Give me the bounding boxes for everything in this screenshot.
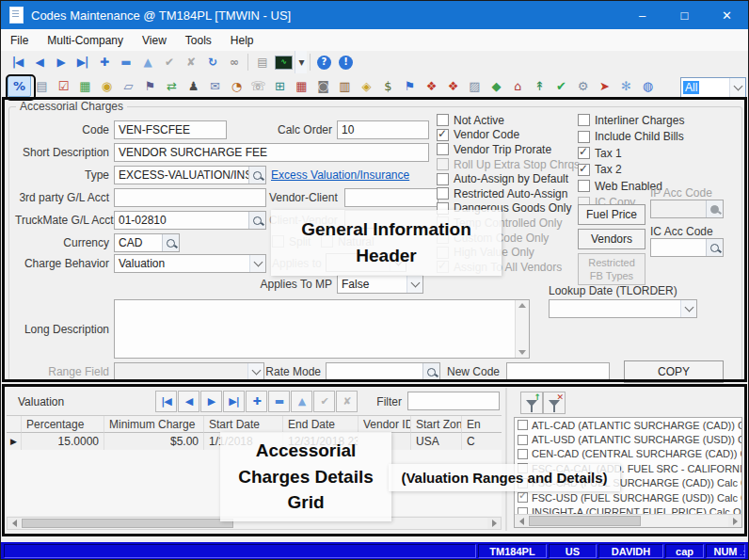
code-field[interactable]: VEN-FSCFEE — [114, 120, 227, 139]
third-party-gl-field[interactable] — [114, 188, 266, 207]
column-header[interactable]: En — [462, 416, 502, 433]
grid-next-button[interactable]: ▶ — [200, 391, 222, 412]
lookup-icon[interactable] — [706, 239, 723, 256]
document-info-icon[interactable]: ▨ — [464, 76, 486, 96]
menu-tools[interactable]: Tools — [176, 31, 221, 50]
lookup-date-select[interactable] — [549, 299, 697, 318]
menu-view[interactable]: View — [133, 31, 176, 50]
audit-checklist-icon[interactable]: ☑ — [53, 76, 74, 96]
post-edit-button[interactable]: ✔ — [158, 53, 180, 72]
checkbox-item[interactable]: Auto-Assign by Default — [437, 171, 580, 186]
checklist-horizontal-scrollbar[interactable] — [515, 514, 741, 527]
scroll-left-icon[interactable] — [8, 518, 21, 529]
help-button[interactable]: ? — [313, 53, 335, 72]
long-description-textarea[interactable] — [114, 299, 530, 359]
snowflake-icon[interactable]: ✻ — [615, 76, 637, 96]
calc-order-field[interactable]: 10 — [337, 120, 429, 139]
invoice-icon[interactable]: $ — [377, 76, 399, 96]
next-record-button[interactable]: ▶ — [50, 53, 72, 72]
network-icon[interactable]: ❖ — [421, 76, 442, 96]
checklist-item[interactable]: FSC-USD (FUEL SURCHARGE (USD)) Calc Orde… — [515, 490, 741, 504]
calendar-icon[interactable]: ▦ — [291, 76, 312, 96]
scroll-right-icon[interactable] — [487, 518, 501, 529]
filter-apply-button[interactable]: ↑ — [520, 392, 543, 414]
chart-icon[interactable]: ▦ — [74, 76, 96, 96]
checklist-item[interactable]: ATL-USD (ATLANTIC SURCHARGE (USD)) Calc … — [515, 432, 741, 446]
phone-icon[interactable]: ☏ — [247, 76, 269, 96]
scroll-right-icon[interactable] — [728, 515, 741, 527]
menu-multi-company[interactable]: Multi-Company — [38, 31, 133, 50]
chevron-down-icon[interactable] — [406, 276, 422, 293]
type-field[interactable]: EXCESS-VALUATION/INS — [114, 166, 266, 184]
menu-help[interactable]: Help — [221, 31, 263, 50]
short-description-field[interactable]: VENDOR SURCHARGE FEE — [114, 143, 429, 162]
chevron-down-icon[interactable] — [680, 300, 696, 317]
first-record-button[interactable]: |◀ — [7, 53, 28, 72]
checkbox-item[interactable]: Vendor Code — [437, 128, 580, 143]
chevron-down-icon[interactable] — [729, 78, 745, 97]
binoculars-search-icon[interactable]: ∞ — [223, 53, 245, 72]
window-select-dropdown[interactable]: ▾ — [295, 51, 307, 73]
hierarchy-icon[interactable]: ⊞ — [269, 76, 291, 96]
lookup-icon[interactable] — [162, 234, 179, 251]
flag-icon[interactable]: ⚑ — [139, 76, 161, 96]
window-select-button[interactable]: ∿ — [273, 53, 295, 72]
lookup-icon[interactable] — [248, 212, 265, 229]
toolbar-separator[interactable] — [245, 53, 251, 72]
mail-icon[interactable]: ✉ — [204, 76, 226, 96]
copy-button[interactable]: COPY — [624, 360, 724, 383]
network-alt-icon[interactable]: ❖ — [442, 76, 464, 96]
toolbar-separator[interactable] — [307, 53, 313, 72]
globe-icon[interactable]: ◍ — [637, 76, 659, 96]
type-description-link[interactable]: Excess Valuation/Insurance — [271, 168, 409, 182]
resize-grip[interactable]: .: — [740, 548, 746, 557]
fuel-price-button[interactable]: Fuel Price — [578, 204, 645, 225]
insert-record-button[interactable]: ✚ — [93, 53, 115, 72]
checkbox-item[interactable]: Tax 2 — [578, 162, 684, 177]
lookup-icon[interactable] — [248, 167, 265, 184]
vendor-client-field[interactable] — [344, 188, 438, 207]
cancel-edit-button[interactable]: ✘ — [180, 53, 201, 72]
shapes-icon[interactable]: ◆ — [486, 76, 507, 96]
vendors-button[interactable]: Vendors — [578, 229, 645, 249]
chevron-down-icon[interactable] — [249, 255, 265, 272]
vertical-scrollbar[interactable] — [515, 300, 529, 358]
print-button[interactable]: ▤ — [251, 53, 273, 72]
checkbox-item[interactable]: Interliner Charges — [578, 113, 684, 128]
applies-to-mp-select[interactable]: False — [337, 275, 423, 294]
home-icon[interactable]: ⌂ — [507, 76, 529, 96]
grid-post-button[interactable]: ✔ — [313, 391, 335, 412]
register-icon[interactable]: ▥ — [334, 76, 356, 96]
checkbox-item[interactable]: Roll Up Extra Stop Chrqs — [437, 157, 580, 172]
tree-icon[interactable]: ↟ — [529, 76, 550, 96]
refresh-button[interactable]: ↻ — [201, 53, 223, 72]
column-header[interactable]: Start Zone — [411, 416, 462, 433]
about-button[interactable]: ! — [335, 53, 357, 72]
filter-input[interactable] — [407, 392, 500, 410]
gauge-icon[interactable]: ◔ — [226, 76, 247, 96]
layers-icon[interactable]: ◈ — [356, 76, 377, 96]
minimize-button[interactable]: – — [621, 1, 663, 29]
card-transfer-icon[interactable]: ⇄ — [161, 76, 183, 96]
checkbox-item[interactable]: Restricted Auto-Assign — [437, 186, 580, 201]
lookup-icon[interactable] — [422, 363, 439, 380]
edit-record-button[interactable]: ▲ — [136, 53, 158, 72]
driver-icon[interactable]: ♟ — [183, 76, 204, 96]
checkbox-item[interactable]: Tax 1 — [578, 146, 684, 161]
column-header[interactable]: Minimum Charge — [104, 416, 204, 433]
car-icon[interactable]: ➤ — [594, 76, 615, 96]
rate-mode-field[interactable] — [326, 362, 440, 381]
company-filter-select[interactable]: All — [680, 77, 746, 98]
grid-insert-button[interactable]: ✚ — [246, 391, 267, 412]
accessorial-charges-icon[interactable]: % — [8, 75, 31, 97]
checklist-item[interactable]: ATL-CAD (ATLANTIC SURCHARGE (CAD)) Calc … — [515, 418, 741, 432]
coins-icon[interactable]: ◉ — [96, 76, 118, 96]
column-header[interactable]: Percentage — [22, 416, 104, 433]
codes-report-icon[interactable]: ▤ — [31, 76, 53, 96]
ic-acc-code-field[interactable] — [650, 238, 724, 257]
last-record-button[interactable]: ▶| — [72, 53, 93, 72]
grid-prior-button[interactable]: ◀ — [178, 391, 199, 412]
grid-delete-button[interactable]: ▬ — [268, 391, 290, 412]
column-header[interactable]: Start Date — [204, 416, 283, 433]
close-button[interactable]: ✕ — [706, 1, 748, 29]
